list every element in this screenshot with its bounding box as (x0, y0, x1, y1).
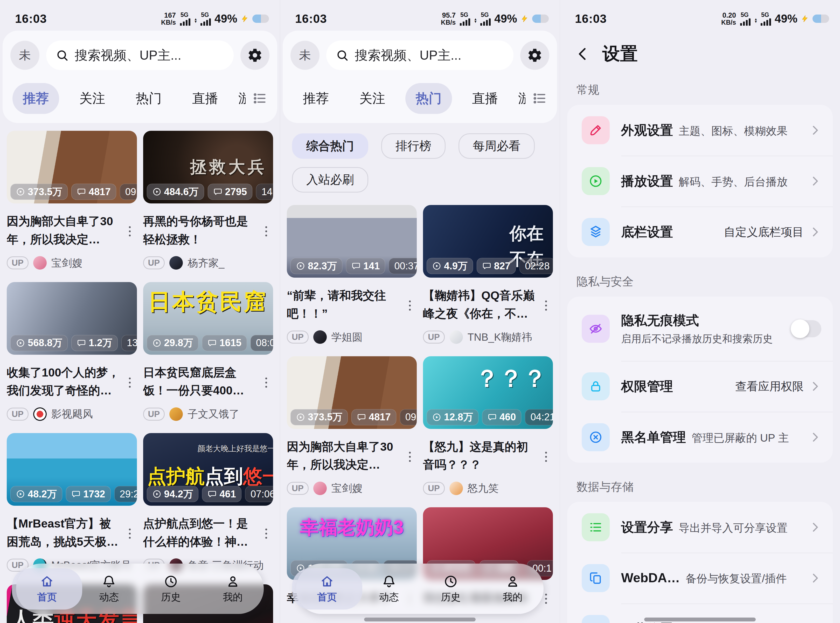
more-menu-icon[interactable] (259, 212, 273, 249)
back-icon[interactable] (574, 46, 591, 62)
chip-weekly[interactable]: 每周必看 (459, 134, 535, 159)
video-card[interactable]: 颜老大晚上好我是悠一 点护航点到悠一 94.2万 461 07:06 点护航点到… (143, 433, 273, 572)
video-thumbnail[interactable]: 82.3万 141 00:37 (287, 205, 417, 278)
video-thumbnail[interactable]: 48.2万 1732 29:27 (7, 433, 137, 506)
chip-ranking[interactable]: 排行榜 (381, 134, 445, 159)
up-badge: UP (287, 331, 309, 344)
video-card[interactable]: 373.5万 4817 09:0 因为胸部大自卑了30年，所以我决定… UP宝剑… (7, 131, 137, 270)
settings-item-blacklist[interactable]: 黑名单管理管理已屏蔽的 UP 主 (567, 412, 833, 463)
settings-item-share[interactable]: 设置分享导出并导入可分享设置 (567, 502, 833, 553)
up-name[interactable]: 杨齐家_ (188, 256, 224, 270)
nav-home[interactable]: 首页 (299, 574, 355, 604)
nav-home[interactable]: 首页 (19, 574, 75, 604)
gesture-bar[interactable] (644, 618, 756, 621)
more-menu-icon[interactable] (259, 514, 273, 551)
chip-must-watch[interactable]: 入站必刷 (292, 167, 368, 193)
more-menu-icon[interactable] (539, 438, 553, 474)
clock-time: 16:03 (15, 12, 47, 26)
signal-icon: 5G (760, 12, 771, 26)
video-thumbnail[interactable]: 日本贫民窟 29.8万 1615 08:02 (143, 282, 273, 355)
settings-button[interactable] (520, 41, 549, 70)
video-thumbnail[interactable]: 373.5万 4817 09:0 (7, 131, 137, 203)
settings-button[interactable] (240, 41, 269, 70)
up-name[interactable]: 学姐圆 (331, 330, 363, 344)
video-card[interactable]: 568.8万 1.2万 13:0 收集了100个人的梦，我们发现了奇怪的… UP… (7, 282, 137, 421)
tab-list-icon[interactable] (532, 91, 547, 106)
hot-header: 未 搜索视频、UP主... 推荐 关注 热门 直播 游 (283, 31, 557, 123)
video-card[interactable]: 拯救大兵 484.6万 2795 14:5 再黑的号你杨哥也是轻松拯救！ UP杨… (143, 131, 273, 270)
video-card[interactable]: 373.5万 4817 09:0 因为胸部大自卑了30年，所以我决定… UP宝剑… (287, 356, 417, 496)
video-card[interactable]: 日本贫民窟 29.8万 1615 08:02 日本贫民窟底层盒饭！一份只要400… (143, 282, 273, 421)
tab-recommend[interactable]: 推荐 (292, 83, 339, 114)
search-input[interactable]: 搜索视频、UP主... (326, 40, 514, 70)
tab-hot[interactable]: 热门 (405, 83, 452, 114)
video-thumbnail[interactable]: ？？？ 12.8万 460 04:21 (423, 356, 553, 429)
clock-time: 16:03 (575, 12, 607, 26)
up-name[interactable]: 宝剑嫂 (331, 481, 363, 495)
up-badge: UP (7, 408, 29, 420)
battery-icon (812, 15, 829, 23)
tab-live[interactable]: 直播 (462, 83, 509, 114)
more-menu-icon[interactable] (123, 212, 137, 249)
settings-group: 设置分享导出并导入可分享设置 WebDA…备份与恢复设置/插件 下载位置 默认 (567, 502, 833, 623)
video-thumbnail[interactable]: 你在 不在 4.9万 827 02:28 (423, 205, 553, 278)
comment-icon (77, 187, 86, 196)
bell-icon (381, 574, 396, 589)
up-name[interactable]: 子文又饿了 (188, 407, 239, 421)
search-input[interactable]: 搜索视频、UP主... (46, 40, 234, 70)
nav-history[interactable]: 历史 (143, 574, 199, 604)
video-thumbnail[interactable]: 568.8万 1.2万 13:0 (7, 282, 137, 355)
more-menu-icon[interactable] (539, 287, 553, 323)
tab-live[interactable]: 直播 (182, 83, 228, 114)
tab-follow[interactable]: 关注 (69, 83, 116, 114)
video-card[interactable]: 48.2万 1732 29:27 【MrBeast官方】被困荒岛，挑战5天极… … (7, 433, 137, 572)
tab-hot[interactable]: 热门 (125, 83, 172, 114)
settings-item-permissions[interactable]: 权限管理 查看应用权限 (567, 361, 833, 412)
gesture-bar[interactable] (364, 618, 476, 621)
nav-dynamic[interactable]: 动态 (81, 574, 137, 604)
incognito-toggle[interactable] (791, 320, 821, 337)
stitched-screenshots: 16:03 167KB/s 5G ▲▼ 5G 49% 未 搜索视频、UP主... (0, 0, 840, 623)
tab-recommend[interactable]: 推荐 (12, 83, 59, 114)
comment-icon (213, 187, 222, 196)
video-card[interactable]: ？？？ 12.8万 460 04:21 【怒九】这是真的初音吗？？？ UP怒九笑 (423, 356, 553, 496)
more-menu-icon[interactable] (403, 287, 417, 323)
play-count-icon (152, 490, 162, 499)
more-menu-icon[interactable] (123, 514, 137, 551)
more-menu-icon[interactable] (259, 364, 273, 400)
settings-item-incognito[interactable]: 隐私无痕模式 启用后不记录播放历史和搜索历史 (567, 296, 833, 361)
video-thumbnail[interactable]: 颜老大晚上好我是悠一 点护航点到悠一 94.2万 461 07:06 (143, 433, 273, 506)
nav-dynamic[interactable]: 动态 (361, 574, 417, 604)
nav-history[interactable]: 历史 (423, 574, 479, 604)
up-name[interactable]: TNB_K鞠婧祎 (468, 330, 532, 344)
up-name[interactable]: 怒九笑 (468, 481, 499, 495)
settings-item-webdav[interactable]: WebDA…备份与恢复设置/插件 (567, 553, 833, 603)
settings-item-bottom-bar[interactable]: 底栏设置 自定义底栏项目 (567, 207, 833, 258)
tab-partial[interactable]: 游 (238, 83, 246, 114)
settings-item-appearance[interactable]: 外观设置主题、图标、模糊效果 (567, 105, 833, 156)
comment-icon (357, 413, 366, 422)
video-thumbnail[interactable]: 373.5万 4817 09:0 (287, 356, 417, 429)
tab-partial[interactable]: 游 (518, 83, 525, 114)
video-card[interactable]: 82.3万 141 00:37 “前辈，请和我交往吧！！” UP学姐圆 (287, 205, 417, 344)
user-avatar[interactable]: 未 (11, 41, 40, 70)
user-avatar[interactable]: 未 (291, 41, 320, 70)
video-card[interactable]: 你在 不在 4.9万 827 02:28 【鞠婧祎】QQ音乐巅峰之夜《你在，不…… (423, 205, 553, 344)
battery-icon (532, 15, 549, 23)
tab-follow[interactable]: 关注 (349, 83, 396, 114)
up-name[interactable]: 影视飓风 (51, 407, 93, 421)
thumb-caption: 幸福老奶奶3 (300, 515, 404, 540)
section-label: 数据与存储 (560, 463, 840, 502)
more-menu-icon[interactable] (123, 364, 137, 400)
clock-time: 16:03 (295, 12, 327, 26)
chip-overall-hot[interactable]: 综合热门 (292, 134, 368, 159)
more-menu-icon[interactable] (403, 438, 417, 474)
tab-list-icon[interactable] (252, 91, 268, 106)
nav-mine[interactable]: 我的 (485, 574, 540, 604)
up-badge: UP (143, 408, 165, 420)
nav-mine[interactable]: 我的 (205, 574, 261, 604)
list-icon (582, 513, 610, 541)
settings-item-playback[interactable]: 播放设置解码、手势、后台播放 (567, 156, 833, 207)
up-name[interactable]: 宝剑嫂 (51, 256, 83, 270)
video-thumbnail[interactable]: 拯救大兵 484.6万 2795 14:5 (143, 131, 273, 203)
